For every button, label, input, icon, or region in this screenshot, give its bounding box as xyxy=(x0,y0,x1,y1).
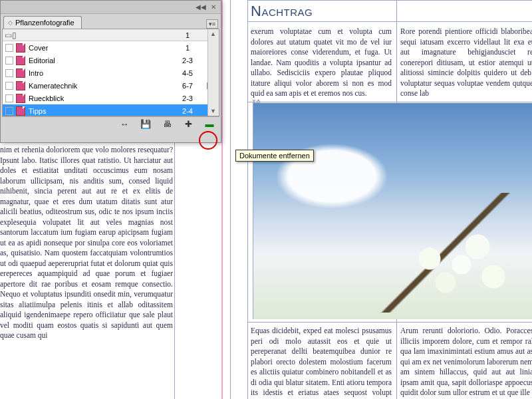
document-pages: 4-5 xyxy=(171,69,204,77)
text-column-right-bottom[interactable]: Arum rerunti doloriorio. Odio. Poracces … xyxy=(400,326,532,399)
tooltip: Dokumente entfernen xyxy=(235,150,314,162)
row-checkbox[interactable] xyxy=(5,44,13,52)
document-name: Intro xyxy=(29,69,171,77)
sync-styles-button[interactable]: ↔ xyxy=(118,119,130,130)
guide-horizontal xyxy=(247,102,532,102)
panel-title: Pflanzenfotografie xyxy=(15,19,74,27)
page-heading: Nachtrag xyxy=(251,3,313,20)
guide-vertical xyxy=(247,0,248,399)
panel-titlebar[interactable]: ◀◀ ✕ xyxy=(1,1,221,14)
close-icon[interactable]: ✕ xyxy=(209,3,218,11)
guide-vertical-page-edge xyxy=(221,0,223,399)
document-pages: 6-7 xyxy=(171,82,204,90)
collapse-icon[interactable]: ◀◀ xyxy=(196,3,205,11)
add-document-button[interactable]: ✚ xyxy=(182,119,194,130)
document-row[interactable]: Cover1 xyxy=(3,41,219,54)
indesign-doc-icon xyxy=(16,94,25,103)
indesign-doc-icon xyxy=(16,56,25,65)
guide-vertical xyxy=(230,0,231,399)
document-pages: 2-3 xyxy=(171,57,204,65)
placed-image[interactable] xyxy=(253,103,532,319)
panel-toolbar: ↔ 💾 🖶 ✚ ▬ xyxy=(2,116,219,131)
document-name: Cover xyxy=(29,44,171,52)
document-pages: 1 xyxy=(171,44,204,52)
row-checkbox[interactable] xyxy=(5,94,13,102)
dirty-indicator-icon: ◇ xyxy=(8,19,13,26)
book-total-pages: 1 xyxy=(171,31,204,39)
document-name: Kameratechnik xyxy=(29,82,171,90)
document-name: Editorial xyxy=(29,57,171,65)
guide-horizontal xyxy=(247,0,532,1)
document-row[interactable]: Editorial2-3 xyxy=(3,54,219,66)
panel-tab-row: ◇ Pflanzenfotografie ▾≡ xyxy=(1,14,221,29)
indesign-doc-icon xyxy=(16,68,25,78)
row-checkbox[interactable] xyxy=(5,82,13,90)
indesign-doc-icon xyxy=(16,43,25,53)
document-pages: 2-4 xyxy=(171,107,204,115)
panel-menu-button[interactable]: ▾≡ xyxy=(206,19,218,29)
row-checkbox[interactable] xyxy=(5,69,13,77)
document-row[interactable]: Intro4-5 xyxy=(3,66,219,79)
text-column-left[interactable]: nim et rehenia doloriorem que volo molor… xyxy=(0,145,174,399)
save-book-button[interactable]: 💾 xyxy=(140,119,152,130)
list-scrollbar[interactable] xyxy=(207,29,219,116)
guide-horizontal xyxy=(247,21,532,22)
document-row[interactable]: Rueckblick2-3 xyxy=(3,92,219,104)
document-row[interactable]: Kameratechnik6-7⚠ xyxy=(3,79,219,92)
document-list: ▭▯ 1 Cover1Editorial2-3Intro4-5Kameratec… xyxy=(2,29,219,116)
document-pages: 2-3 xyxy=(171,94,204,102)
document-row[interactable]: Tipps2-4 xyxy=(3,104,219,116)
book-panel: ◀◀ ✕ ◇ Pflanzenfotografie ▾≡ ▭▯ 1 Cover1… xyxy=(0,0,221,143)
text-column-mid-bottom[interactable]: Equas dicidebit, exped eat molesci psusa… xyxy=(251,326,392,399)
text-column-mid-top[interactable]: exerum voluptatae cum et volupta cum dol… xyxy=(251,27,392,100)
guide-horizontal xyxy=(247,322,532,323)
document-name: Tipps xyxy=(29,107,171,115)
print-book-button[interactable]: 🖶 xyxy=(161,119,173,130)
text-column-right-top[interactable]: Rore porendi pientiore officidi blaborib… xyxy=(400,27,532,100)
indesign-doc-icon xyxy=(16,81,25,90)
row-checkbox[interactable] xyxy=(5,107,13,115)
book-header-row[interactable]: ▭▯ 1 xyxy=(3,29,219,41)
row-checkbox[interactable] xyxy=(5,57,13,65)
book-icon: ▭▯ xyxy=(5,31,16,40)
remove-document-button[interactable]: ▬ xyxy=(203,119,215,130)
document-name: Rueckblick xyxy=(29,94,171,102)
panel-tab[interactable]: ◇ Pflanzenfotografie xyxy=(3,16,82,29)
indesign-doc-icon xyxy=(16,106,25,116)
